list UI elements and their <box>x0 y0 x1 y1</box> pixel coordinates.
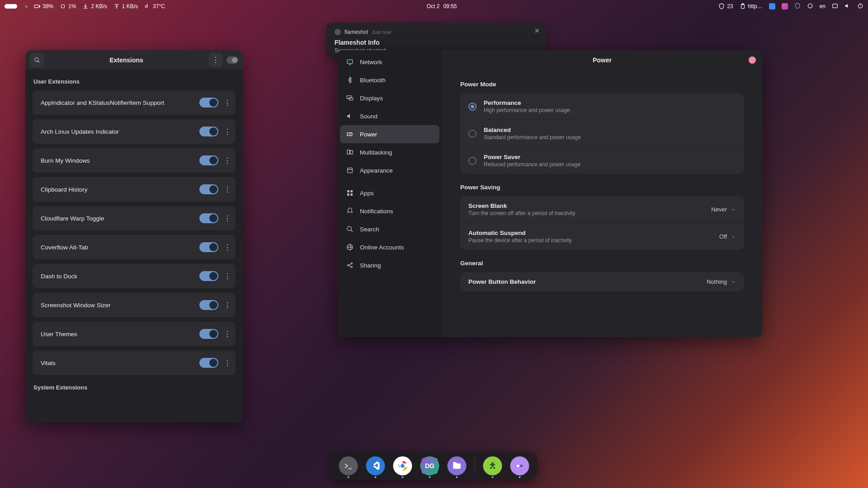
top-bar: 38% 1% 2 KB/s 1 KB/s 37°C Oct 2 09:55 23… <box>0 0 868 13</box>
cpu-indicator[interactable]: 1% <box>60 3 76 9</box>
svg-point-23 <box>351 263 353 264</box>
battery-icon <box>34 3 40 9</box>
power-saving-group: Screen Blank Turn the screen off after a… <box>460 196 744 250</box>
option-title: Power Saver <box>484 154 580 160</box>
night-light-icon[interactable] <box>807 3 813 10</box>
bluetooth-icon <box>346 76 354 84</box>
dock-app-chrome[interactable] <box>393 456 412 475</box>
notification-time: Just now <box>372 29 391 35</box>
radio-button[interactable] <box>468 103 476 111</box>
notification-close-button[interactable]: ✕ <box>534 27 540 34</box>
clipboard-icon <box>740 3 746 9</box>
svg-point-27 <box>517 465 519 467</box>
clipboard-indicator[interactable]: http… <box>740 3 763 9</box>
sidebar-item-power[interactable]: Power <box>340 125 439 143</box>
battery-indicator[interactable]: 38% <box>34 3 53 9</box>
svg-rect-14 <box>350 150 353 154</box>
warp-icon[interactable] <box>794 3 801 10</box>
extension-menu-button[interactable]: ⋮ <box>223 127 232 136</box>
power-mode-option-performance[interactable]: Performance High performance and power u… <box>460 93 744 120</box>
row-desc: Turn the screen off after a period of in… <box>468 210 576 216</box>
window-close-button[interactable] <box>749 56 756 64</box>
temp-indicator[interactable]: 37°C <box>144 3 165 9</box>
thermometer-icon <box>144 3 151 9</box>
setting-row-automatic-suspend[interactable]: Automatic Suspend Pause the device after… <box>460 223 744 250</box>
workspace-indicator[interactable]: 23 <box>718 3 733 9</box>
kebab-icon: ⋮ <box>212 56 219 64</box>
dock-app-vscode[interactable] <box>366 456 385 475</box>
sidebar-item-notifications[interactable]: Notifications <box>340 202 439 220</box>
extension-toggle[interactable] <box>199 329 218 339</box>
power-mode-option-balanced[interactable]: Balanced Standard performance and power … <box>460 120 744 147</box>
extension-menu-button[interactable]: ⋮ <box>223 272 232 281</box>
extension-menu-button[interactable]: ⋮ <box>223 156 232 165</box>
radio-button[interactable] <box>468 157 476 165</box>
tray-icon-2[interactable] <box>782 3 788 9</box>
extension-name: Dash to Dock <box>41 273 77 280</box>
extension-row: User Themes ⋮ <box>33 322 236 346</box>
running-indicator <box>402 476 404 478</box>
dock-app-datagrip[interactable]: DG <box>420 456 439 475</box>
clock[interactable]: Oct 2 09:55 <box>427 3 457 9</box>
extension-menu-button[interactable]: ⋮ <box>223 214 232 223</box>
dock-app-extensions[interactable] <box>483 456 502 475</box>
sidebar-item-label: Bluetooth <box>360 77 386 84</box>
extension-name: Cloudflare Warp Toggle <box>41 215 104 222</box>
setting-row-screen-blank[interactable]: Screen Blank Turn the screen off after a… <box>460 196 744 223</box>
sidebar-item-network[interactable]: Network <box>340 53 439 71</box>
tray-icon-1[interactable] <box>769 3 775 9</box>
net-down-indicator[interactable]: 2 KB/s <box>82 3 107 9</box>
extension-menu-button[interactable]: ⋮ <box>223 99 232 107</box>
extension-toggle[interactable] <box>199 300 218 310</box>
radio-button[interactable] <box>468 130 476 138</box>
dock-app-files[interactable] <box>448 456 467 475</box>
extension-menu-button[interactable]: ⋮ <box>223 243 232 252</box>
extension-menu-button[interactable]: ⋮ <box>223 359 232 367</box>
extension-toggle[interactable] <box>199 242 218 252</box>
power-mode-option-power-saver[interactable]: Power Saver Reduced performance and powe… <box>460 147 744 174</box>
extensions-master-toggle[interactable] <box>226 56 238 64</box>
extension-menu-button[interactable]: ⋮ <box>223 330 232 338</box>
extension-toggle[interactable] <box>199 213 218 223</box>
running-indicator <box>492 476 494 478</box>
extension-menu-button[interactable]: ⋮ <box>223 301 232 310</box>
extension-toggle[interactable] <box>199 184 218 194</box>
lang-indicator[interactable]: en <box>820 3 826 9</box>
net-up-indicator[interactable]: 1 KB/s <box>113 3 138 9</box>
extensions-menu-button[interactable]: ⋮ <box>208 53 223 67</box>
activities-pill[interactable] <box>5 4 17 9</box>
dock-app-tweaks[interactable] <box>510 456 529 475</box>
svg-rect-6 <box>833 4 838 7</box>
extension-menu-button[interactable]: ⋮ <box>223 185 232 194</box>
sidebar-item-multitasking[interactable]: Multitasking <box>340 143 439 161</box>
sidebar-item-sound[interactable]: Sound <box>340 107 439 125</box>
extension-toggle[interactable] <box>199 155 218 165</box>
dock-app-terminal[interactable] <box>339 456 358 475</box>
time-text: 09:55 <box>443 3 457 9</box>
sidebar-item-online-accounts[interactable]: Online Accounts <box>340 238 439 256</box>
svg-point-22 <box>348 265 349 266</box>
extension-toggle[interactable] <box>199 98 218 108</box>
sidebar-item-bluetooth[interactable]: Bluetooth <box>340 71 439 89</box>
sidebar-item-search[interactable]: Search <box>340 220 439 238</box>
online-accounts-icon <box>346 244 354 251</box>
cpu-icon <box>60 3 66 9</box>
svg-rect-15 <box>348 168 353 173</box>
extension-toggle[interactable] <box>199 127 218 136</box>
shield-icon <box>718 3 725 9</box>
extension-toggle[interactable] <box>199 271 218 281</box>
sidebar-item-appearance[interactable]: Appearance <box>340 161 439 179</box>
setting-row-power-button-behavior[interactable]: Power Button Behavior Nothing <box>460 272 744 291</box>
extension-name: Vitals <box>41 360 56 366</box>
power-menu-icon[interactable] <box>857 3 863 10</box>
sidebar-item-apps[interactable]: Apps <box>340 184 439 202</box>
search-icon <box>346 225 354 233</box>
screenshot-icon[interactable] <box>832 3 838 10</box>
option-desc: High performance and power usage <box>484 107 570 113</box>
volume-icon[interactable] <box>844 3 851 10</box>
extensions-search-button[interactable] <box>30 53 44 67</box>
extension-toggle[interactable] <box>199 358 218 368</box>
extension-name: AppIndicator and KStatusNotifierItem Sup… <box>41 99 164 106</box>
sidebar-item-displays[interactable]: Displays <box>340 89 439 107</box>
sidebar-item-sharing[interactable]: Sharing <box>340 256 439 274</box>
